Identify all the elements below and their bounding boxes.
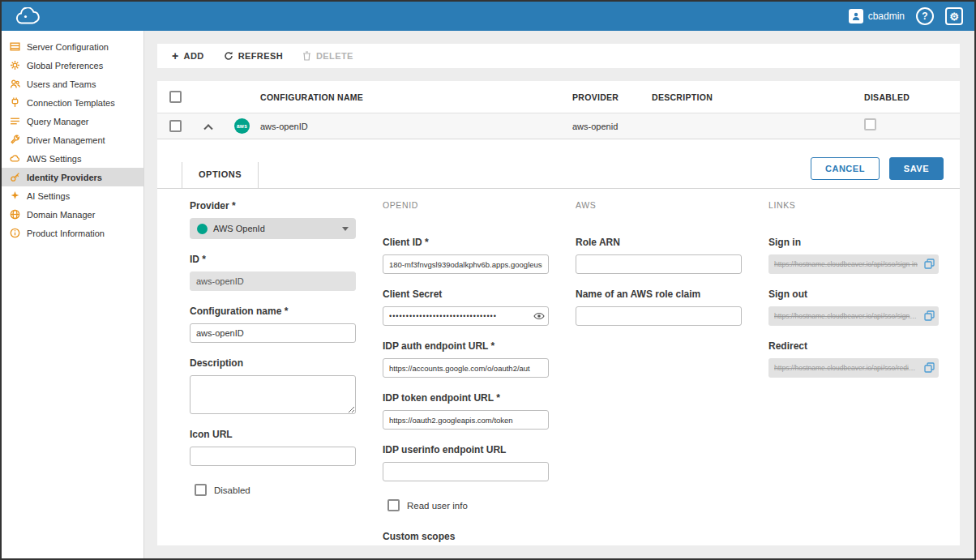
topbar: cbadmin ? ⚙ xyxy=(2,2,974,31)
globe-icon xyxy=(10,209,20,220)
add-button[interactable]: + ADD xyxy=(172,50,204,62)
read-user-info-checkbox[interactable] xyxy=(387,499,400,511)
sidebar-item-identity-providers[interactable]: Identity Providers xyxy=(2,168,143,186)
cancel-button[interactable]: CANCEL xyxy=(811,157,880,180)
disabled-checkbox-row: Disabled xyxy=(190,484,356,496)
row-checkbox[interactable] xyxy=(169,120,182,132)
sidebar-item-label: Global Preferences xyxy=(27,61,103,71)
client-id-label: Client ID * xyxy=(383,237,549,248)
options-form: Provider * AWS OpenId ID * Configuration… xyxy=(157,189,960,545)
role-claim-label: Name of an AWS role claim xyxy=(576,289,742,300)
sidebar-item-ai-settings[interactable]: AI Settings xyxy=(2,186,143,205)
disabled-checkbox[interactable] xyxy=(195,484,207,496)
table-header-row: CONFIGURATION NAME PROVIDER DESCRIPTION … xyxy=(157,81,960,113)
idp-auth-endpoint-field[interactable] xyxy=(383,358,549,378)
form-column-general: Provider * AWS OpenId ID * Configuration… xyxy=(190,200,356,545)
links-section-header: LINKS xyxy=(768,200,939,210)
client-secret-label: Client Secret xyxy=(383,289,549,300)
role-arn-field[interactable] xyxy=(576,254,742,274)
trash-icon xyxy=(302,51,311,61)
refresh-button-label: REFRESH xyxy=(238,51,283,61)
actions-toolbar: + ADD REFRESH DELETE xyxy=(157,44,960,68)
plus-icon: + xyxy=(172,50,179,62)
reveal-password-button[interactable] xyxy=(533,310,545,322)
chevron-up-icon[interactable] xyxy=(203,124,212,133)
sidebar-item-driver-management[interactable]: Driver Management xyxy=(2,130,143,149)
cloudbeaver-logo-icon xyxy=(15,7,42,25)
id-field xyxy=(190,271,356,291)
user-name: cbadmin xyxy=(868,11,905,22)
form-column-links: LINKS Sign in https://hostname.cloudbeav… xyxy=(768,200,939,545)
sidebar-item-query-manager[interactable]: Query Manager xyxy=(2,112,143,130)
id-label: ID * xyxy=(190,254,356,265)
copy-icon xyxy=(924,363,935,375)
sidebar-item-label: Connection Templates xyxy=(27,98,115,108)
client-id-field[interactable] xyxy=(383,254,549,274)
refresh-button[interactable]: REFRESH xyxy=(224,51,283,61)
tab-options[interactable]: OPTIONS xyxy=(182,162,259,188)
list-icon xyxy=(10,116,20,126)
sign-in-link-value: https://hostname.cloudbeaver.io/api/sso/… xyxy=(774,260,918,268)
question-icon: ? xyxy=(922,11,927,22)
sidebar-item-connection-templates[interactable]: Connection Templates xyxy=(2,93,143,112)
copy-sign-in-button[interactable] xyxy=(924,259,935,269)
refresh-icon xyxy=(224,51,233,61)
icon-url-field[interactable] xyxy=(190,447,356,466)
sidebar-item-domain-manager[interactable]: Domain Manager xyxy=(2,205,143,224)
column-header-description: DESCRIPTION xyxy=(652,92,864,102)
delete-button[interactable]: DELETE xyxy=(302,51,353,61)
form-column-aws: AWS Role ARN Name of an AWS role claim xyxy=(576,200,742,545)
idp-token-endpoint-field[interactable] xyxy=(383,410,549,430)
sidebar-item-aws-settings[interactable]: AWS Settings xyxy=(2,149,143,168)
sidebar-item-label: Product Information xyxy=(27,229,105,238)
aws-section-header: AWS xyxy=(576,200,742,210)
column-header-provider: PROVIDER xyxy=(572,92,652,102)
gear-icon xyxy=(10,60,20,71)
provider-select[interactable]: AWS OpenId xyxy=(190,218,356,239)
sparkle-icon xyxy=(10,190,20,201)
sign-in-label: Sign in xyxy=(768,237,939,248)
user-menu[interactable]: cbadmin xyxy=(849,9,905,24)
sign-in-link-field: https://hostname.cloudbeaver.io/api/sso/… xyxy=(768,254,939,274)
table-row[interactable]: aws aws-openID aws-openid xyxy=(157,113,960,139)
sidebar-item-users-and-teams[interactable]: Users and Teams xyxy=(2,75,143,93)
sidebar-item-label: Users and Teams xyxy=(27,79,96,89)
provider-dot-icon xyxy=(197,224,208,234)
info-icon xyxy=(10,228,20,238)
idp-userinfo-endpoint-label: IDP userinfo endpoint URL xyxy=(383,444,549,455)
copy-redirect-button[interactable] xyxy=(924,362,935,373)
column-header-disabled: DISABLED xyxy=(864,92,960,102)
help-button[interactable]: ? xyxy=(916,7,934,25)
key-icon xyxy=(10,172,20,182)
sidebar-item-global-preferences[interactable]: Global Preferences xyxy=(2,56,143,75)
idp-userinfo-endpoint-field[interactable] xyxy=(383,462,549,481)
app-window: cbadmin ? ⚙ Server Configuration Global … xyxy=(0,0,976,560)
copy-icon xyxy=(924,311,935,323)
row-disabled-checkbox[interactable] xyxy=(864,118,876,130)
add-button-label: ADD xyxy=(184,51,204,61)
client-secret-field[interactable] xyxy=(383,306,549,326)
wrench-icon xyxy=(10,135,20,145)
sidebar-item-label: Driver Management xyxy=(27,135,105,145)
configuration-name-field[interactable] xyxy=(190,323,356,343)
sidebar-item-label: AI Settings xyxy=(27,191,70,201)
read-user-info-row: Read user info xyxy=(383,499,549,511)
select-all-checkbox[interactable] xyxy=(169,91,182,103)
admin-sidebar: Server Configuration Global Preferences … xyxy=(2,31,144,558)
delete-button-label: DELETE xyxy=(316,51,353,61)
row-configuration-name: aws-openID xyxy=(260,122,572,131)
role-arn-label: Role ARN xyxy=(576,237,742,248)
plug-icon xyxy=(10,97,20,108)
settings-button[interactable]: ⚙ xyxy=(945,7,963,25)
description-field[interactable] xyxy=(190,375,356,414)
sidebar-item-product-information[interactable]: Product Information xyxy=(2,224,143,242)
chevron-down-icon xyxy=(342,227,349,231)
sidebar-item-label: AWS Settings xyxy=(27,154,81,164)
sidebar-item-server-configuration[interactable]: Server Configuration xyxy=(2,37,143,56)
copy-icon xyxy=(924,259,935,271)
main-content: + ADD REFRESH DELETE CONFIGURATION NAME xyxy=(144,31,974,558)
provider-label: Provider * xyxy=(190,200,356,212)
save-button[interactable]: SAVE xyxy=(889,157,944,180)
copy-sign-out-button[interactable] xyxy=(924,310,935,321)
role-claim-field[interactable] xyxy=(576,306,742,326)
